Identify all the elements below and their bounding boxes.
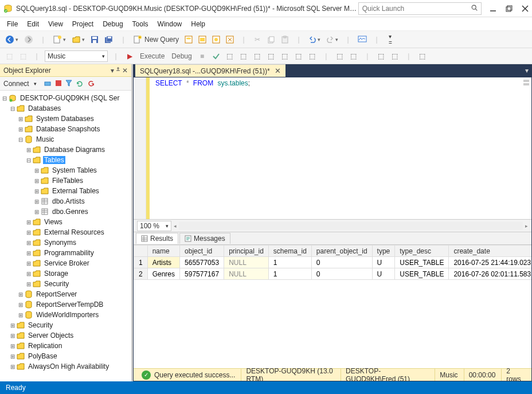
refresh-icon[interactable] — [76, 80, 84, 88]
col-principal-id[interactable]: principal_id — [224, 245, 269, 257]
undo-button[interactable]: ▾ — [307, 33, 322, 46]
results-grid-icon[interactable]: ⬚ — [293, 50, 304, 63]
scroll-right-icon[interactable]: ▸ — [525, 223, 528, 229]
tree-prog[interactable]: Programmability — [43, 249, 95, 257]
debug-label[interactable]: Debug — [169, 52, 194, 60]
copy-button[interactable] — [265, 33, 277, 46]
paste-button[interactable] — [279, 33, 291, 46]
quick-launch-search[interactable] — [358, 2, 482, 15]
minimize-button[interactable] — [490, 5, 496, 12]
menu-project[interactable]: Project — [72, 20, 93, 28]
tree-tables[interactable]: Tables — [43, 156, 65, 164]
quick-launch-input[interactable] — [362, 3, 468, 14]
panel-dropdown-icon[interactable]: ▾ — [111, 67, 114, 75]
activity-monitor-icon[interactable] — [356, 33, 369, 46]
new-query-button[interactable]: New Query — [131, 33, 181, 46]
panel-close-icon[interactable]: ✕ — [122, 67, 128, 75]
execute-label[interactable]: Execute — [138, 52, 167, 60]
plan-icon-2[interactable]: ⬚ — [238, 50, 249, 63]
results-grid[interactable]: name object_id principal_id schema_id pa… — [134, 245, 531, 368]
tree-extres[interactable]: External Resources — [43, 228, 105, 236]
tree-synonyms[interactable]: Synonyms — [43, 239, 77, 247]
tree-snapshots[interactable]: Database Snapshots — [35, 125, 101, 133]
nav-back-button[interactable]: ▾ — [3, 33, 20, 46]
toolbar-overflow-icon[interactable]: ▾= — [385, 33, 396, 46]
zoom-combo[interactable]: 100 %▾ — [137, 221, 171, 231]
col-name[interactable]: name — [147, 245, 179, 257]
change-connection-icon[interactable]: ⬚ — [3, 50, 15, 63]
cut-button[interactable]: ✂ — [252, 33, 263, 46]
pin-icon[interactable] — [115, 67, 121, 75]
mdx-query-icon[interactable] — [210, 33, 222, 46]
tree-exttables[interactable]: External Tables — [51, 187, 100, 195]
menu-edit[interactable]: Edit — [27, 20, 39, 28]
stop-icon[interactable] — [55, 80, 62, 88]
include-plan-icon[interactable]: ⬚ — [265, 50, 277, 63]
tree-reportservertmp[interactable]: ReportServerTempDB — [35, 301, 104, 309]
disconnect-icon[interactable] — [44, 80, 52, 88]
available-db-icon[interactable]: ⬚ — [17, 50, 29, 63]
sql-editor[interactable]: SELECT * FROM sys.tables; — [134, 77, 531, 220]
tree-genres[interactable]: dbo.Genres — [51, 208, 89, 216]
results-file-icon[interactable]: ⬚ — [307, 50, 318, 63]
split-icon[interactable] — [522, 79, 530, 87]
col-create-date[interactable]: create_date — [449, 245, 531, 257]
uncomment-icon[interactable]: ⬚ — [348, 50, 359, 63]
tree-polybase[interactable]: PolyBase — [27, 352, 58, 360]
results-tab[interactable]: Results — [136, 233, 178, 244]
tree-sysdb[interactable]: System Databases — [35, 115, 95, 123]
menu-file[interactable]: File — [7, 20, 18, 28]
indent-icon[interactable]: ⬚ — [375, 50, 387, 63]
tree-alwayson[interactable]: AlwaysOn High Availability — [27, 362, 110, 370]
col-schema-id[interactable]: schema_id — [268, 245, 311, 257]
tab-close-icon[interactable]: ✕ — [275, 67, 281, 75]
tree-replication[interactable]: Replication — [27, 342, 63, 350]
menu-window[interactable]: Window — [158, 20, 182, 28]
stop-button[interactable]: ■ — [197, 50, 208, 63]
redo-button[interactable]: ▾ — [324, 33, 340, 46]
tree-security[interactable]: Security — [43, 280, 70, 288]
connect-button[interactable]: Connect — [3, 80, 29, 88]
col-object-id[interactable]: object_id — [180, 245, 224, 257]
database-combo[interactable]: Music▾ — [45, 50, 108, 62]
tree-serverobj[interactable]: Server Objects — [27, 331, 75, 340]
tree-databases[interactable]: Databases — [27, 104, 62, 112]
tree-server[interactable]: DESKTOP-GUQD9KH (SQL Ser — [19, 94, 120, 102]
tree-wwi[interactable]: WideWorldImporters — [35, 311, 100, 319]
object-tree[interactable]: ⊟DESKTOP-GUQD9KH (SQL Ser ⊟Databases ⊞Sy… — [0, 91, 131, 381]
tree-reportserver[interactable]: ReportServer — [35, 290, 78, 298]
col-type-desc[interactable]: type_desc — [395, 245, 449, 257]
nav-fwd-button[interactable] — [22, 33, 35, 46]
grid-row[interactable]: 2 Genres 597577167 NULL 1 0 U USER_TABLE… — [134, 268, 532, 280]
stats-icon[interactable]: ⬚ — [252, 50, 263, 63]
menu-tools[interactable]: Tools — [132, 20, 148, 28]
results-text-icon[interactable]: ⬚ — [279, 50, 291, 63]
menu-help[interactable]: Help — [191, 20, 205, 28]
grid-row[interactable]: 1 Artists 565577053 NULL 1 0 U USER_TABL… — [134, 257, 532, 268]
menu-debug[interactable]: Debug — [103, 20, 123, 28]
tab-overflow-icon[interactable]: ▾ — [522, 67, 532, 75]
messages-tab[interactable]: Messages — [179, 233, 230, 244]
collapse-icon[interactable]: ⊟ — [1, 95, 8, 102]
tree-diagrams[interactable]: Database Diagrams — [43, 146, 106, 154]
rownum-header[interactable] — [134, 245, 148, 257]
db-engine-query-icon[interactable] — [183, 33, 194, 46]
tree-sb[interactable]: Service Broker — [43, 259, 91, 267]
tree-artists[interactable]: dbo.Artists — [51, 197, 86, 205]
tree-security2[interactable]: Security — [27, 321, 54, 329]
open-button[interactable]: ▾ — [70, 33, 87, 46]
tree-storage[interactable]: Storage — [43, 270, 69, 278]
maximize-button[interactable] — [506, 5, 513, 12]
close-button[interactable] — [522, 5, 529, 12]
col-parent-object-id[interactable]: parent_object_id — [311, 245, 372, 257]
parse-button[interactable] — [210, 50, 222, 63]
document-tab[interactable]: SQLQuery18.sql -...GUQD9KH\Fred (51))* ✕ — [135, 64, 285, 77]
specify-values-icon[interactable]: ⬚ — [417, 50, 428, 63]
sync-icon[interactable] — [87, 80, 95, 88]
comment-icon[interactable]: ⬚ — [334, 50, 346, 63]
save-button[interactable] — [89, 33, 100, 46]
menu-view[interactable]: View — [48, 20, 63, 28]
tree-systables[interactable]: System Tables — [51, 166, 98, 174]
sql-text[interactable]: SELECT * FROM sys.tables; — [150, 77, 256, 219]
as-query-icon[interactable] — [197, 33, 208, 46]
